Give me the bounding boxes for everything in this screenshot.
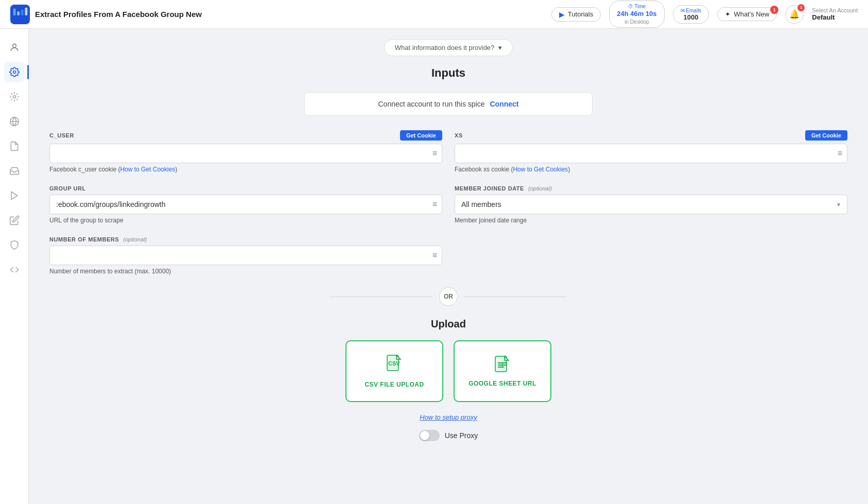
group-url-input-wrapper: ≡ bbox=[49, 195, 442, 214]
member-joined-optional: (optional) bbox=[528, 185, 552, 192]
sidebar-item-globe[interactable] bbox=[4, 111, 25, 132]
xs-field: XS Get Cookie ≡ Facebook xs cookie (How … bbox=[455, 130, 847, 173]
app-logo bbox=[10, 5, 30, 24]
tutorials-button[interactable]: ▶ Tutorials bbox=[551, 7, 601, 22]
group-url-label: GROUP URL bbox=[49, 185, 86, 192]
member-joined-field: MEMBER JOINED DATE (optional) All member… bbox=[455, 185, 847, 224]
emails-count: 1000 bbox=[684, 13, 699, 21]
c-user-get-cookie-button[interactable]: Get Cookie bbox=[400, 130, 442, 141]
c-user-cookie-link[interactable]: How to Get Cookies bbox=[120, 166, 175, 173]
play-circle-icon: ▶ bbox=[559, 10, 565, 19]
c-user-label: C_USER bbox=[49, 132, 74, 138]
group-url-icon: ≡ bbox=[432, 200, 437, 209]
use-proxy-row: Use Proxy bbox=[49, 430, 847, 441]
svg-point-6 bbox=[13, 71, 15, 74]
whats-new-label: What's New bbox=[734, 10, 769, 18]
group-url-input[interactable] bbox=[49, 195, 442, 214]
num-members-label: NUMBER OF MEMBERS bbox=[49, 236, 119, 242]
sidebar-item-edit[interactable] bbox=[4, 210, 25, 231]
upload-cards-row: CSV CSV FILE UPLOAD GOOGLE SHEET URL bbox=[49, 340, 847, 402]
xs-input-wrapper: ≡ bbox=[455, 144, 847, 163]
info-dropdown-button[interactable]: What information does it provide? ▾ bbox=[384, 39, 513, 56]
or-divider: OR bbox=[49, 287, 847, 306]
member-joined-hint: Member joined date range bbox=[455, 217, 847, 224]
sidebar-item-shield[interactable] bbox=[4, 235, 25, 255]
xs-hamburger-icon: ≡ bbox=[838, 149, 842, 158]
c-user-input[interactable] bbox=[49, 144, 442, 163]
whats-new-button[interactable]: ✦ What's New 1 bbox=[717, 7, 777, 21]
sidebar-item-play[interactable] bbox=[4, 185, 25, 206]
sidebar-item-file[interactable] bbox=[4, 136, 25, 157]
svg-marker-10 bbox=[11, 192, 18, 200]
sparkle-icon: ✦ bbox=[725, 10, 731, 18]
time-sub: in Desktop bbox=[624, 19, 649, 25]
use-proxy-toggle[interactable] bbox=[419, 430, 440, 441]
xs-label-row: XS Get Cookie bbox=[455, 130, 847, 141]
xs-input[interactable] bbox=[455, 144, 847, 163]
hamburger-icon: ≡ bbox=[432, 149, 437, 158]
svg-rect-3 bbox=[21, 9, 24, 15]
member-joined-select[interactable]: All members Last week Last month Last ye… bbox=[455, 195, 847, 214]
svg-rect-4 bbox=[25, 7, 28, 15]
num-members-input[interactable] bbox=[49, 246, 442, 265]
xs-get-cookie-button[interactable]: Get Cookie bbox=[805, 130, 847, 141]
xs-hint: Facebook xs cookie (How to Get Cookies) bbox=[455, 166, 847, 173]
num-members-input-wrapper: ≡ bbox=[49, 246, 442, 265]
csv-upload-card[interactable]: CSV CSV FILE UPLOAD bbox=[345, 340, 443, 402]
navbar: Extract Profiles From A Facebook Group N… bbox=[0, 0, 868, 29]
c-user-label-row: C_USER Get Cookie bbox=[49, 130, 442, 141]
connect-link[interactable]: Connect bbox=[490, 100, 519, 108]
whats-new-badge: 1 bbox=[770, 6, 778, 14]
page-title: Extract Profiles From A Facebook Group N… bbox=[35, 10, 202, 19]
csv-file-icon: CSV bbox=[385, 354, 404, 377]
logo-area: Extract Profiles From A Facebook Group N… bbox=[10, 5, 202, 24]
google-sheets-icon bbox=[493, 355, 512, 376]
c-user-input-wrapper: ≡ bbox=[49, 144, 442, 163]
member-joined-label: MEMBER JOINED DATE bbox=[455, 185, 524, 192]
notification-badge: 1 bbox=[797, 4, 805, 11]
group-url-field: GROUP URL ≡ URL of the group to scrape bbox=[49, 185, 442, 224]
connect-banner: Connect account to run this spice Connec… bbox=[304, 92, 593, 116]
account-label: Select An Account bbox=[812, 7, 858, 13]
svg-point-5 bbox=[12, 44, 16, 47]
sidebar-item-settings[interactable] bbox=[4, 62, 25, 82]
num-members-optional: (optional) bbox=[123, 236, 147, 242]
bell-icon: 🔔 bbox=[789, 9, 800, 19]
use-proxy-label: Use Proxy bbox=[445, 431, 478, 440]
num-members-label-row: NUMBER OF MEMBERS (optional) bbox=[49, 236, 442, 242]
inputs-section-title: Inputs bbox=[49, 66, 847, 80]
or-circle: OR bbox=[439, 287, 458, 306]
sidebar-item-user[interactable] bbox=[4, 37, 25, 58]
sidebar-item-code[interactable] bbox=[4, 259, 25, 280]
svg-rect-2 bbox=[17, 11, 20, 15]
google-sheet-label: GOOGLE SHEET URL bbox=[468, 380, 536, 387]
num-members-hint: Number of members to extract (max. 10000… bbox=[49, 268, 442, 275]
svg-rect-1 bbox=[13, 8, 16, 15]
info-dropdown-label: What information does it provide? bbox=[395, 44, 495, 51]
form-row-num-members: NUMBER OF MEMBERS (optional) ≡ Number of… bbox=[49, 236, 847, 275]
xs-cookie-link[interactable]: How to Get Cookies bbox=[513, 166, 568, 173]
svg-point-7 bbox=[13, 96, 15, 98]
xs-label: XS bbox=[455, 132, 463, 138]
sidebar-item-inbox[interactable] bbox=[4, 161, 25, 181]
or-right-line bbox=[464, 297, 567, 297]
num-members-field: NUMBER OF MEMBERS (optional) ≡ Number of… bbox=[49, 236, 442, 275]
notification-button[interactable]: 🔔 1 bbox=[785, 5, 804, 24]
connect-text: Connect account to run this spice bbox=[378, 100, 484, 108]
tutorials-label: Tutorials bbox=[568, 10, 593, 18]
num-members-icon: ≡ bbox=[432, 251, 437, 260]
sidebar bbox=[0, 29, 29, 504]
main-content: What information does it provide? ▾ Inpu… bbox=[29, 29, 868, 504]
upload-section-title: Upload bbox=[49, 318, 847, 330]
group-url-hint: URL of the group to scrape bbox=[49, 217, 442, 224]
google-sheet-card[interactable]: GOOGLE SHEET URL bbox=[454, 340, 551, 402]
time-value: 24h 46m 10s bbox=[617, 10, 656, 19]
chevron-down-icon: ▾ bbox=[498, 44, 502, 51]
member-joined-select-wrapper: All members Last week Last month Last ye… bbox=[455, 195, 847, 214]
member-joined-label-row: MEMBER JOINED DATE (optional) bbox=[455, 185, 847, 192]
svg-rect-16 bbox=[498, 367, 504, 368]
sidebar-item-integrations[interactable] bbox=[4, 86, 25, 107]
setup-proxy-link[interactable]: How to setup proxy bbox=[420, 413, 477, 421]
emails-widget: ✉ Emails 1000 bbox=[673, 5, 709, 24]
toggle-thumb bbox=[420, 431, 429, 440]
